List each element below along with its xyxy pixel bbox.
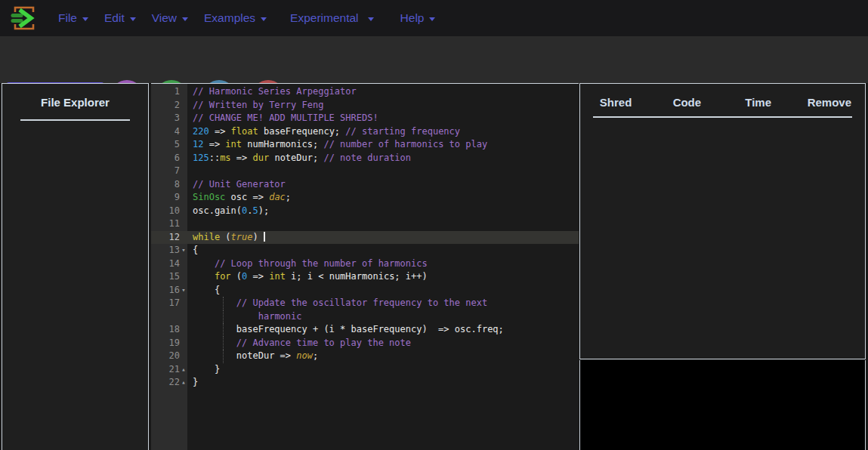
fold-open-icon[interactable]: ▾ xyxy=(180,284,187,297)
editor-panel[interactable]: 1// Harmonic Series Arpeggiator2// Writt… xyxy=(151,83,579,450)
editor-line: 10osc.gain(0.5); xyxy=(151,205,579,218)
line-number: 6 xyxy=(151,152,187,165)
toolbar: Start WebCh... now : 00:00:0 xyxy=(0,36,868,83)
col-code: Code xyxy=(651,96,722,109)
file-explorer-title: File Explorer xyxy=(2,96,148,109)
fold-close-icon[interactable]: ▴ xyxy=(180,376,187,390)
code-text xyxy=(187,217,579,231)
editor-line: 19 // Advance time to play the note xyxy=(151,337,579,350)
line-number: 17 xyxy=(151,297,187,310)
shred-table-header: Shred Code Time Remove xyxy=(580,84,865,109)
editor-line: 7 xyxy=(151,165,579,178)
line-number: 7 xyxy=(151,165,187,178)
editor-line: 16▾ { xyxy=(151,284,579,297)
line-number: 15 xyxy=(151,270,187,284)
code-text: } xyxy=(187,363,579,377)
editor-line: 9SinOsc osc => dac; xyxy=(151,191,579,205)
code-text: // Harmonic Series Arpeggiator xyxy=(187,85,579,99)
menu-view-label: View xyxy=(152,11,177,25)
menu-help[interactable]: Help xyxy=(400,11,436,25)
code-text: { xyxy=(187,284,579,297)
editor-line: 15 for (0 => int i; i < numHarmonics; i+… xyxy=(151,270,579,284)
line-number: 9 xyxy=(151,191,187,205)
menu-experimental[interactable]: Experimental xyxy=(290,11,373,25)
col-time: Time xyxy=(723,96,794,109)
editor-line: 11 xyxy=(151,217,579,231)
editor-line: 22▴} xyxy=(151,376,579,390)
line-number: 22▴ xyxy=(151,376,187,390)
line-number: 21▴ xyxy=(151,363,187,377)
indent-guide xyxy=(223,323,224,337)
shred-table-panel: Shred Code Time Remove xyxy=(579,83,866,359)
editor-line: 1// Harmonic Series Arpeggiator xyxy=(151,85,579,99)
editor-lines: 1// Harmonic Series Arpeggiator2// Writt… xyxy=(151,85,579,390)
line-number: 12 xyxy=(151,231,187,245)
indent-guide xyxy=(223,350,224,363)
line-number: 18 xyxy=(151,323,187,337)
text-cursor xyxy=(264,232,265,242)
editor-line: 17 // Update the oscillator frequency to… xyxy=(151,297,579,310)
code-text: // Unit Generator xyxy=(187,178,579,192)
editor-line: 2// Written by Terry Feng xyxy=(151,99,579,112)
editor-line: 3// CHANGE ME! ADD MULTIPLE SHREDS! xyxy=(151,112,579,125)
line-number: 8 xyxy=(151,178,187,192)
fold-open-icon[interactable]: ▾ xyxy=(180,244,187,257)
editor-line: 4220 => float baseFrequency; // starting… xyxy=(151,125,579,139)
navbar: File Edit View Examples Experimental Hel… xyxy=(0,0,868,36)
code-text: { xyxy=(187,244,579,257)
indent-guide xyxy=(223,337,224,350)
code-text: harmonic xyxy=(187,310,579,324)
menu-file[interactable]: File xyxy=(58,11,88,25)
code-text: SinOsc osc => dac; xyxy=(187,191,579,205)
code-text: // CHANGE ME! ADD MULTIPLE SHREDS! xyxy=(187,112,579,125)
code-text: 220 => float baseFrequency; // starting … xyxy=(187,125,579,139)
caret-down-icon xyxy=(429,17,435,21)
code-text: // Update the oscillator frequency to th… xyxy=(187,297,579,310)
chuck-logo-icon xyxy=(8,3,38,33)
editor-line: 13▾{ xyxy=(151,244,579,257)
caret-down-icon xyxy=(82,17,88,21)
code-text: baseFrequency + (i * baseFrequency) => o… xyxy=(187,323,579,337)
menu-file-label: File xyxy=(58,11,77,25)
code-text: } xyxy=(187,376,579,390)
editor-line: 512 => int numHarmonics; // number of ha… xyxy=(151,138,579,152)
code-text: // Advance time to play the note xyxy=(187,337,579,350)
menu-help-label: Help xyxy=(400,11,425,25)
menu-view[interactable]: View xyxy=(152,11,188,25)
caret-down-icon xyxy=(182,17,188,21)
code-text: 125::ms => dur noteDur; // note duration xyxy=(187,152,579,165)
header-divider xyxy=(593,116,852,118)
code-text: osc.gain(0.5); xyxy=(187,205,579,218)
code-text: while (true) xyxy=(187,231,579,245)
line-number: 3 xyxy=(151,112,187,125)
editor-line: 20 noteDur => now; xyxy=(151,350,579,363)
code-text: // Written by Terry Feng xyxy=(187,99,579,112)
line-number: 2 xyxy=(151,99,187,112)
line-number: 20 xyxy=(151,350,187,363)
editor-line: 14 // Loop through the number of harmoni… xyxy=(151,257,579,271)
line-number: 13▾ xyxy=(151,244,187,257)
code-text xyxy=(187,165,579,178)
editor-line: 6125::ms => dur noteDur; // note duratio… xyxy=(151,152,579,165)
indent-guide xyxy=(223,297,224,310)
code-text: 12 => int numHarmonics; // number of har… xyxy=(187,138,579,152)
menu-edit[interactable]: Edit xyxy=(104,11,136,25)
col-shred: Shred xyxy=(580,96,651,109)
line-number: 11 xyxy=(151,217,187,231)
editor-line: 8// Unit Generator xyxy=(151,178,579,192)
caret-down-icon xyxy=(130,17,136,21)
file-explorer-panel: File Explorer xyxy=(2,83,149,450)
caret-down-icon xyxy=(261,17,267,21)
line-number: 1 xyxy=(151,85,187,99)
code-text: for (0 => int i; i < numHarmonics; i++) xyxy=(187,270,579,284)
menu-experimental-label: Experimental xyxy=(290,11,358,25)
editor-line: 21▴ } xyxy=(151,363,579,377)
line-number: 19 xyxy=(151,337,187,350)
output-console xyxy=(579,360,866,450)
fold-close-icon[interactable]: ▴ xyxy=(180,363,187,377)
code-text: noteDur => now; xyxy=(187,350,579,363)
line-number xyxy=(151,310,187,324)
code-text: // Loop through the number of harmonics xyxy=(187,257,579,271)
menu-examples[interactable]: Examples xyxy=(204,11,267,25)
editor-line: 18 baseFrequency + (i * baseFrequency) =… xyxy=(151,323,579,337)
